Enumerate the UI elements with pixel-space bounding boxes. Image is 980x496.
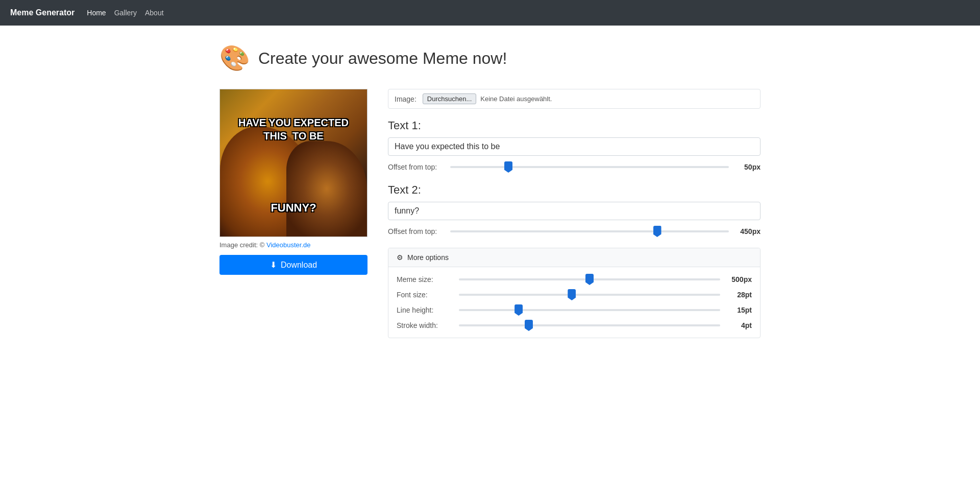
text2-section: Text 2: Offset from top: 450px	[388, 183, 761, 235]
text1-offset-row: Offset from top: 50px	[388, 163, 761, 171]
stroke-width-slider[interactable]	[459, 324, 720, 326]
font-size-row: Font size: 28pt	[397, 291, 752, 299]
line-height-row: Line height: 15pt	[397, 306, 752, 314]
nav-links: Home Gallery About	[87, 9, 163, 17]
text2-offset-slider[interactable]	[450, 230, 729, 232]
right-column: Image: Durchsuchen... Keine Datei ausgew…	[388, 89, 761, 338]
text1-section: Text 1: Offset from top: 50px	[388, 119, 761, 171]
download-label: Download	[281, 261, 317, 270]
meme-text-bottom: FUNNY?	[271, 201, 316, 215]
download-icon: ⬇	[270, 260, 277, 270]
content-grid: HAVE YOU EXPECTEDTHIS TO BE FUNNY? Image…	[219, 89, 761, 338]
meme-size-slider[interactable]	[459, 278, 720, 280]
text1-offset-slider[interactable]	[450, 166, 729, 168]
image-credit: Image credit: © Videobuster.de	[219, 241, 368, 249]
line-height-label: Line height:	[397, 306, 453, 314]
more-options-label: More options	[407, 253, 449, 262]
meme-preview: HAVE YOU EXPECTEDTHIS TO BE FUNNY?	[219, 89, 368, 237]
text1-input[interactable]	[388, 137, 761, 156]
text1-offset-value: 50px	[735, 163, 761, 171]
image-credit-prefix: Image credit: ©	[219, 241, 264, 249]
file-browse-button[interactable]: Durchsuchen...	[423, 93, 476, 104]
font-size-value: 28pt	[726, 291, 752, 299]
file-label: Image:	[395, 95, 416, 103]
more-options-body: Meme size: 500px Font size: 28pt Line he…	[388, 267, 760, 338]
meme-text-top: HAVE YOU EXPECTEDTHIS TO BE	[238, 116, 349, 143]
more-options-panel: More options Meme size: 500px Font size:…	[388, 248, 761, 338]
file-input-row: Image: Durchsuchen... Keine Datei ausgew…	[388, 89, 761, 109]
more-options-header[interactable]: More options	[388, 248, 760, 267]
font-size-slider[interactable]	[459, 294, 720, 296]
stroke-width-value: 4pt	[726, 321, 752, 329]
gear-icon	[397, 253, 403, 262]
meme-size-label: Meme size:	[397, 275, 453, 284]
meme-size-value: 500px	[726, 275, 752, 284]
nav-link-gallery[interactable]: Gallery	[114, 9, 137, 17]
file-no-selected-text: Keine Datei ausgewählt.	[480, 95, 552, 103]
hero-icon: 🎨	[219, 46, 250, 70]
navbar: Meme Generator Home Gallery About	[0, 0, 980, 26]
text2-offset-label: Offset from top:	[388, 227, 444, 235]
text2-offset-value: 450px	[735, 227, 761, 235]
nav-link-home[interactable]: Home	[87, 9, 106, 17]
text2-label: Text 2:	[388, 183, 761, 197]
left-column: HAVE YOU EXPECTEDTHIS TO BE FUNNY? Image…	[219, 89, 368, 275]
meme-size-row: Meme size: 500px	[397, 275, 752, 284]
line-height-value: 15pt	[726, 306, 752, 314]
text1-offset-label: Offset from top:	[388, 163, 444, 171]
text1-label: Text 1:	[388, 119, 761, 132]
stroke-width-label: Stroke width:	[397, 321, 453, 329]
image-credit-link[interactable]: Videobuster.de	[266, 241, 311, 249]
font-size-label: Font size:	[397, 291, 453, 299]
stroke-width-row: Stroke width: 4pt	[397, 321, 752, 329]
text2-offset-row: Offset from top: 450px	[388, 227, 761, 235]
text2-input[interactable]	[388, 202, 761, 220]
download-button[interactable]: ⬇ Download	[219, 255, 368, 275]
main-container: 🎨 Create your awesome Meme now! HAVE YOU…	[209, 26, 771, 359]
hero-section: 🎨 Create your awesome Meme now!	[219, 46, 761, 70]
line-height-slider[interactable]	[459, 309, 720, 311]
hero-title: Create your awesome Meme now!	[258, 49, 507, 68]
nav-link-about[interactable]: About	[145, 9, 164, 17]
nav-brand: Meme Generator	[10, 8, 75, 17]
